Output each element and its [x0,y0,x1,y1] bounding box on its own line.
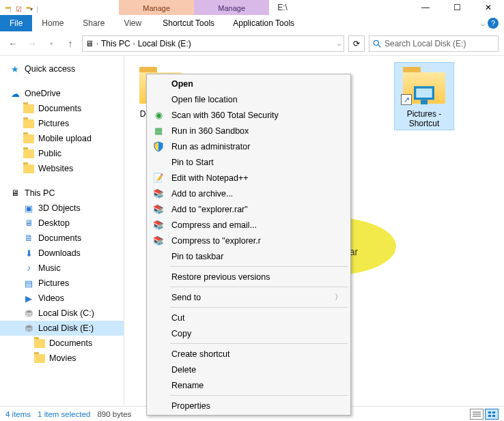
ctx-pin-to-taskbar[interactable]: Pin to taskbar [148,248,349,264]
ctx-separator [170,343,348,344]
sidebar-item[interactable]: Websites [0,161,124,176]
tab-shortcut-tools[interactable]: Shortcut Tools [151,15,226,31]
tooltab-application[interactable]: Manage [194,0,269,15]
tab-share[interactable]: Share [73,15,114,31]
window-title: E:\ [269,0,296,15]
folder-icon [23,163,34,174]
svg-rect-3 [416,89,432,98]
sidebar-quick-access[interactable]: ★Quick access [0,61,124,76]
ctx-add-to-rar[interactable]: 📚Add to "explorer.rar" [148,201,349,217]
winrar-icon: 📚 [152,203,165,216]
notepadpp-icon: 📝 [152,172,165,184]
help-icon[interactable]: ? [488,18,499,29]
folder-icon [34,353,45,364]
ribbon-collapse-icon[interactable]: ⌵ [481,20,485,27]
search-placeholder: Search Local Disk (E:) [384,39,466,48]
sidebar-item[interactable]: 🗎Documents [0,231,124,246]
up-button[interactable]: ↑ [63,36,78,51]
breadcrumb[interactable]: 🖥› This PC› Local Disk (E:) ⌵ [82,35,344,52]
tab-view[interactable]: View [114,15,151,31]
sidebar-this-pc[interactable]: 🖥This PC [0,186,124,201]
file-item-pictures-shortcut[interactable]: ↗ Pictures - Shortcut [395,63,453,130]
ctx-rename[interactable]: Rename [148,377,349,393]
downloads-icon: ⬇ [23,248,34,259]
close-button[interactable]: ✕ [473,0,504,15]
videos-icon: ▶ [23,293,34,304]
sidebar-item[interactable]: ▣3D Objects [0,201,124,216]
tooltab-header: Manage [119,0,194,15]
minimize-button[interactable]: ― [410,0,441,15]
ctx-pin-to-start[interactable]: Pin to Start [148,154,349,170]
ctx-separator [170,307,348,308]
ctx-scan-360[interactable]: ◉Scan with 360 Total Security [148,107,349,123]
sidebar-item[interactable]: Documents [0,336,124,351]
sidebar-item[interactable]: Movies [0,351,124,366]
status-size: 890 bytes [97,410,131,418]
view-icons-button[interactable] [485,409,499,420]
sidebar-item[interactable]: ♪Music [0,261,124,276]
ctx-restore-previous[interactable]: Restore previous versions [148,269,349,285]
sidebar-item[interactable]: Public [0,146,124,161]
recent-dropdown-icon[interactable]: ▾ [44,36,59,51]
crumb-dropdown-icon[interactable]: ⌵ [337,40,341,47]
documents-icon: 🗎 [23,233,34,244]
ctx-compress-to-rar[interactable]: 📚Compress to "explorer.r [148,233,349,248]
svg-rect-8 [488,411,491,413]
explorer-shortcut-icon: ↗ [400,66,449,106]
ctx-copy[interactable]: Copy [148,325,349,341]
winrar-icon: 📚 [152,188,165,200]
ctx-create-shortcut[interactable]: Create shortcut [148,346,349,362]
music-icon: ♪ [23,263,34,274]
sidebar-onedrive[interactable]: ☁OneDrive [0,86,124,101]
pc-icon: 🖥 [10,188,20,199]
ctx-cut[interactable]: Cut [148,310,349,325]
view-details-button[interactable] [470,409,484,420]
ctx-edit-notepadpp[interactable]: 📝Edit with Notepad++ [148,170,349,186]
ctx-run-as-admin[interactable]: Run as administrator [148,139,349,154]
checkbox-icon[interactable]: ☑ [16,5,22,13]
sidebar-item[interactable]: ▶Videos [0,291,124,306]
ctx-open[interactable]: Open [148,76,349,91]
desktop-icon: 🖥 [23,218,34,229]
crumb-local-disk-e[interactable]: Local Disk (E:) [138,39,191,48]
navigation-pane: ★Quick access ☁OneDrive Documents Pictur… [0,56,124,406]
sidebar-item[interactable]: Documents [0,101,124,116]
sidebar-item-local-disk-e[interactable]: ⛃Local Disk (E:) [0,321,124,336]
search-input[interactable]: Search Local Disk (E:) [369,35,499,52]
sidebar-item[interactable]: ▤Pictures [0,276,124,291]
sidebar-item[interactable]: Pictures [0,116,124,131]
back-button[interactable]: ← [5,36,20,51]
sandbox-icon: ▦ [152,125,165,137]
sidebar-item[interactable]: ⬇Downloads [0,246,124,261]
window-chrome: | ☑ ▾ | Manage Manage E:\ ― ☐ ✕ File Hom… [0,0,504,31]
ctx-send-to[interactable]: Send to〉 [148,289,349,305]
crumb-this-pc[interactable]: This PC [101,39,130,48]
ctx-open-file-location[interactable]: Open file location [148,91,349,107]
winrar-icon: 📚 [152,235,165,247]
folder-icon [23,103,34,114]
cube-icon: ▣ [23,203,34,214]
maximize-button[interactable]: ☐ [441,0,473,15]
ctx-separator [170,266,348,267]
shortcut-overlay-icon: ↗ [401,94,412,105]
refresh-button[interactable]: ⟳ [348,35,365,52]
svg-rect-11 [492,415,495,417]
svg-rect-9 [492,411,495,413]
tab-file[interactable]: File [0,15,32,31]
ctx-delete[interactable]: Delete [148,362,349,377]
ctx-add-to-archive[interactable]: 📚Add to archive... [148,186,349,201]
admin-shield-icon [152,141,165,153]
tooltab-shortcut[interactable]: Manage [119,0,194,15]
tab-application-tools[interactable]: Application Tools [226,15,301,31]
sidebar-item[interactable]: Mobile upload [0,131,124,146]
forward-button[interactable]: → [25,36,40,51]
ctx-properties[interactable]: Properties [148,398,349,413]
ctx-compress-email[interactable]: 📚Compress and email... [148,217,349,233]
tab-home[interactable]: Home [32,15,73,31]
disk-icon: ⛃ [23,308,34,319]
ctx-run-360-sandbox[interactable]: ▦Run in 360 Sandbox [148,123,349,139]
sidebar-item[interactable]: 🖥Desktop [0,216,124,231]
sidebar-item[interactable]: ⛃Local Disk (C:) [0,306,124,321]
ctx-separator [170,287,348,287]
svg-rect-10 [488,415,491,417]
